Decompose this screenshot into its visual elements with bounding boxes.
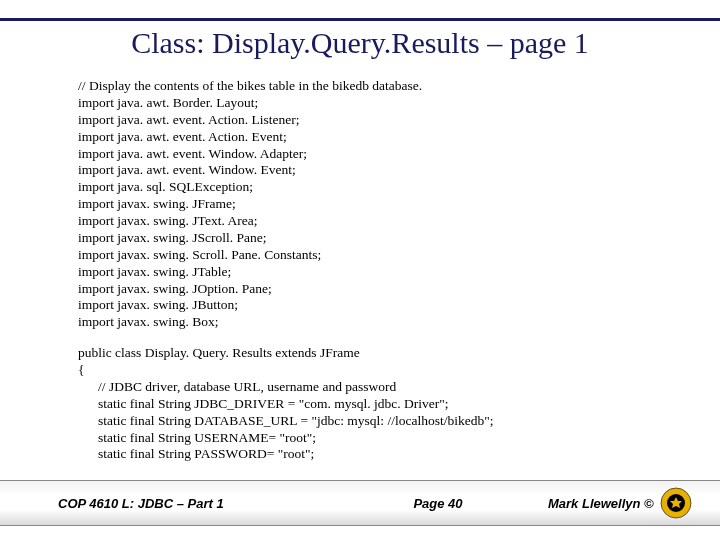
code-line: import javax. swing. JOption. Pane;	[78, 281, 680, 298]
footer-author: Mark Llewellyn ©	[548, 496, 654, 511]
code-line: import javax. swing. JButton;	[78, 297, 680, 314]
code-line: {	[78, 362, 680, 379]
code-line: import java. awt. event. Action. Event;	[78, 129, 680, 146]
code-block: // Display the contents of the bikes tab…	[78, 78, 680, 463]
code-line: import javax. swing. JText. Area;	[78, 213, 680, 230]
top-rule	[0, 18, 720, 21]
code-line: import javax. swing. Box;	[78, 314, 680, 331]
code-line: static final String PASSWORD= "root";	[78, 446, 680, 463]
code-line: import java. awt. Border. Layout;	[78, 95, 680, 112]
footer-course: COP 4610 L: JDBC – Part 1	[0, 496, 328, 511]
code-line: import java. awt. event. Window. Adapter…	[78, 146, 680, 163]
code-line: import java. sql. SQLException;	[78, 179, 680, 196]
code-line: static final String DATABASE_URL = "jdbc…	[78, 413, 680, 430]
slide-title: Class: Display.Query.Results – page 1	[0, 26, 720, 60]
code-line: public class Display. Query. Results ext…	[78, 345, 680, 362]
code-line: import java. awt. event. Window. Event;	[78, 162, 680, 179]
code-line: // Display the contents of the bikes tab…	[78, 78, 680, 95]
code-line: // JDBC driver, database URL, username a…	[78, 379, 680, 396]
code-line: import javax. swing. JScroll. Pane;	[78, 230, 680, 247]
code-line: import javax. swing. Scroll. Pane. Const…	[78, 247, 680, 264]
footer-bar: COP 4610 L: JDBC – Part 1 Page 40 Mark L…	[0, 480, 720, 526]
ucf-logo-icon	[660, 487, 692, 519]
footer-page: Page 40	[328, 496, 548, 511]
code-line: static final String JDBC_DRIVER = "com. …	[78, 396, 680, 413]
code-line: static final String USERNAME= "root";	[78, 430, 680, 447]
code-line: import java. awt. event. Action. Listene…	[78, 112, 680, 129]
code-line: import javax. swing. JFrame;	[78, 196, 680, 213]
code-line: import javax. swing. JTable;	[78, 264, 680, 281]
